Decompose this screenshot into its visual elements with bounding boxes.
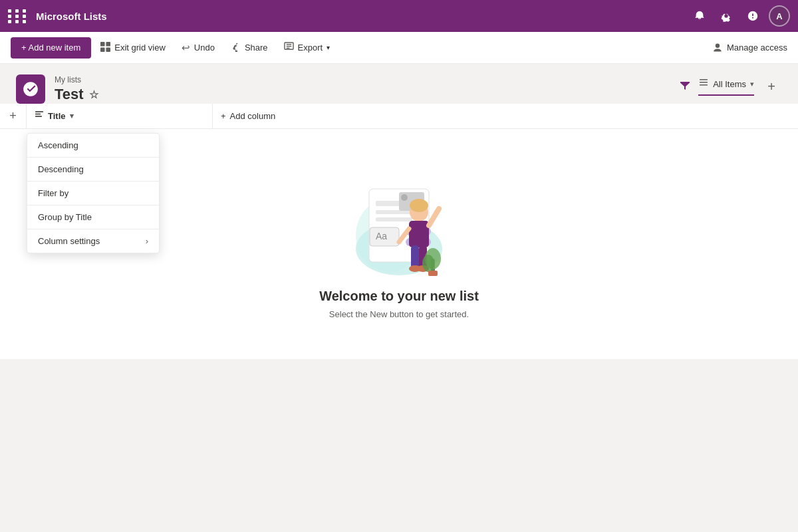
svg-rect-28 [409,221,429,247]
topbar: Microsoft Lists A [0,0,798,32]
page-header-left: My lists Test ☆ [16,74,98,104]
dropdown-item-filter-by[interactable]: Filter by [27,182,159,205]
svg-rect-1 [106,42,111,47]
svg-rect-19 [376,217,412,221]
grid-icon [100,42,110,54]
add-column-button[interactable]: + Add column [213,104,283,128]
svg-rect-11 [35,111,43,112]
column-dropdown-menu: Ascending Descending Filter by Group by … [27,133,160,253]
grid-area: + Title ▾ + Add column Ascending Descend… [0,104,798,359]
topbar-right: A [689,5,790,27]
filter-icon[interactable] [678,78,692,95]
svg-point-37 [422,255,434,272]
empty-state-subtitle: Select the New button to get started. [329,309,469,319]
toolbar-right: Manage access [712,43,787,53]
empty-illustration: Aa [332,156,466,289]
svg-line-29 [429,209,439,225]
waffle-menu[interactable] [8,9,28,23]
svg-rect-9 [700,82,708,83]
undo-button[interactable]: ↩ Undo [175,37,221,59]
header-actions: All Items ▾ + [678,76,782,102]
add-item-button[interactable]: + Add new item [11,37,91,59]
settings-icon[interactable] [716,5,737,27]
add-column-plus-icon: + [221,111,226,121]
avatar[interactable]: A [769,5,790,27]
help-icon[interactable] [742,5,763,27]
undo-icon: ↩ [182,42,190,54]
export-icon [284,42,294,54]
list-name-area: My lists Test ☆ [55,75,98,103]
column-settings-arrow-icon: › [146,236,148,246]
dropdown-item-descending[interactable]: Descending [27,158,159,181]
svg-rect-38 [428,271,438,276]
export-button[interactable]: Export ▾ [277,37,337,59]
svg-rect-31 [411,245,419,269]
exit-grid-view-button[interactable]: Exit grid view [94,37,172,59]
manage-access-button[interactable]: Manage access [712,43,787,53]
svg-point-27 [410,199,428,212]
svg-point-21 [401,194,408,201]
column-dropdown-icon: ▾ [70,112,74,120]
notifications-icon[interactable] [689,5,710,27]
svg-rect-8 [700,79,708,80]
list-view-icon [698,77,709,90]
share-button[interactable]: Share [224,37,275,59]
list-logo-icon [16,74,45,104]
svg-rect-12 [35,114,41,115]
page-header: My lists Test ☆ All Items ▾ + [0,64,798,104]
svg-rect-10 [700,84,708,86]
view-name: All Items [713,79,746,89]
share-icon [231,42,241,54]
toolbar: + Add new item Exit grid view ↩ Undo Sha… [0,32,798,64]
view-selector[interactable]: All Items ▾ [698,77,754,96]
empty-state-title: Welcome to your new list [319,289,479,304]
view-chevron-icon: ▾ [750,80,754,88]
column-type-icon [35,110,44,122]
app-title: Microsoft Lists [36,11,107,22]
svg-rect-13 [35,116,42,117]
svg-rect-2 [100,47,105,52]
export-chevron-icon: ▾ [327,44,330,51]
breadcrumb: My lists [55,75,98,84]
dropdown-item-ascending[interactable]: Ascending [27,134,159,157]
svg-text:Aa: Aa [376,231,387,241]
topbar-left: Microsoft Lists [8,9,107,23]
column-header-row: + Title ▾ + Add column [0,104,798,129]
list-title: Test ☆ [55,86,98,103]
title-column-header[interactable]: Title ▾ [27,104,213,128]
add-view-button[interactable]: + [761,76,782,97]
svg-rect-3 [106,47,111,52]
svg-rect-0 [100,42,105,47]
row-add-button[interactable]: + [0,104,27,128]
dropdown-item-column-settings[interactable]: Column settings › [27,229,159,253]
favorite-star-icon[interactable]: ☆ [89,88,98,101]
dropdown-item-group-by-title[interactable]: Group by Title [27,205,159,229]
